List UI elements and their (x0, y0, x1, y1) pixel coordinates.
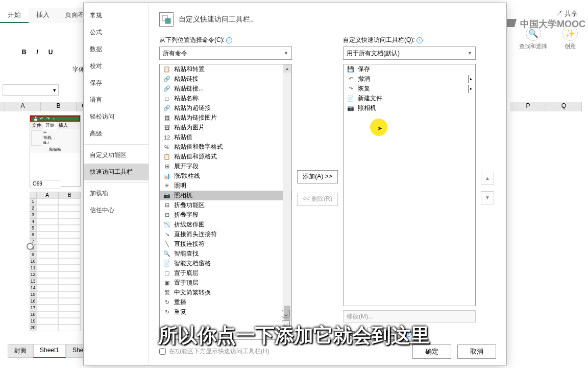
scroll-up-button[interactable]: ▲ (283, 64, 291, 73)
cell[interactable] (58, 258, 81, 265)
row-header[interactable]: 17 (30, 305, 36, 311)
cell[interactable] (58, 285, 81, 291)
cell[interactable] (36, 298, 59, 305)
list-item[interactable]: 📷照相机 (344, 103, 475, 113)
sidebar-item[interactable]: 信任中心 (84, 202, 149, 219)
sidebar-item[interactable]: 高级 (84, 125, 149, 142)
row-header[interactable]: 6 (30, 232, 36, 238)
cell[interactable] (36, 238, 59, 245)
available-commands-list[interactable]: 📋粘贴和转置🔗粘贴链接🔗粘贴链接...□粘贴名称🔗粘贴为超链接🖼粘贴为链接图片🖼… (159, 64, 292, 340)
sidebar-item[interactable]: 常规 (84, 7, 149, 24)
row-header[interactable]: 12 (30, 271, 36, 278)
tab-home[interactable]: 开始 (0, 8, 29, 23)
add-button[interactable]: 添加(A) >> (297, 170, 338, 183)
list-item[interactable]: 12粘贴值 (160, 132, 291, 142)
document-combo[interactable]: 用于所有文档(默认) ▼ (343, 47, 476, 60)
cell[interactable] (36, 218, 59, 225)
list-item[interactable]: 📋粘贴值和源格式 (160, 152, 291, 162)
col-header[interactable]: P (510, 102, 546, 111)
sidebar-item[interactable]: 公式 (84, 24, 149, 41)
sidebar-item[interactable]: 数据 (84, 41, 149, 58)
info-icon[interactable]: i (416, 37, 423, 43)
cell[interactable] (58, 325, 81, 331)
list-item[interactable]: 📉折线迷你图 (160, 220, 291, 229)
sidebar-item[interactable]: 语言 (84, 91, 149, 108)
cell[interactable] (58, 225, 81, 232)
sheet-tab[interactable]: 封面 (8, 344, 33, 358)
sidebar-item[interactable]: 快速访问工具栏 (84, 164, 149, 180)
share-button[interactable]: ↗ 共享 (556, 9, 578, 18)
list-item[interactable]: 🔍智能查找 (160, 249, 291, 259)
cell[interactable] (58, 298, 81, 305)
row-header[interactable]: 2 (30, 205, 36, 212)
row-header[interactable]: 9 (30, 251, 36, 258)
row-header[interactable]: 3 (30, 212, 36, 218)
col-header[interactable]: A (5, 102, 41, 111)
row-header[interactable]: 4 (30, 218, 36, 225)
cell[interactable] (58, 212, 81, 218)
cell[interactable] (36, 311, 59, 318)
remove-button[interactable]: << 删除(R) (297, 193, 338, 206)
row-header[interactable]: 16 (30, 298, 36, 305)
cell[interactable] (36, 205, 59, 212)
list-item[interactable]: 🔗粘贴链接 (160, 74, 291, 84)
row-header[interactable]: 14 (30, 285, 36, 291)
name-box[interactable]: O69 (31, 180, 61, 189)
cell[interactable] (58, 198, 81, 205)
cell[interactable] (36, 251, 59, 258)
cell[interactable] (58, 232, 81, 238)
list-item[interactable]: 📊涨/跌柱线▶ (160, 171, 291, 181)
sidebar-item[interactable]: 保存 (84, 75, 149, 91)
list-item[interactable]: 📄新建文件 (344, 94, 475, 103)
cell[interactable] (58, 245, 81, 251)
list-item[interactable]: 📋粘贴和转置 (160, 64, 291, 74)
list-item[interactable]: □粘贴名称 (160, 94, 291, 103)
modify-button[interactable]: 修改(M)... (343, 310, 476, 323)
list-item[interactable]: 📷照相机 (160, 191, 291, 200)
cell[interactable] (58, 305, 81, 311)
show-below-ribbon-checkbox[interactable] (159, 348, 166, 355)
sidebar-item[interactable]: 校对 (84, 58, 149, 75)
cell[interactable] (58, 265, 81, 271)
list-item[interactable]: ↻重播 (160, 297, 291, 307)
list-item[interactable]: 📄智能文档窗格 (160, 259, 291, 268)
cell[interactable] (36, 285, 59, 291)
list-item[interactable]: ☀照明▶ (160, 181, 291, 191)
list-item[interactable]: ⊟折叠字段 (160, 210, 291, 220)
commands-combo[interactable]: 所有命令 ▼ (159, 47, 292, 60)
cell[interactable] (36, 325, 59, 331)
cell[interactable] (36, 225, 59, 232)
row-header[interactable]: 20 (30, 325, 36, 331)
cell[interactable] (36, 258, 59, 265)
cell[interactable] (58, 311, 81, 318)
italic-button[interactable]: I (33, 49, 42, 56)
list-item[interactable]: ╲直接连接符 (160, 239, 291, 249)
cell[interactable] (36, 291, 59, 298)
list-expand-icon[interactable]: ◡ (282, 310, 290, 318)
bold-button[interactable]: B (19, 49, 29, 56)
list-item[interactable]: ▣置于顶层 (160, 278, 291, 288)
info-icon[interactable]: i (226, 37, 232, 43)
row-header[interactable]: 19 (30, 318, 36, 325)
list-item[interactable]: 🔗粘贴链接... (160, 84, 291, 94)
row-header[interactable]: 11 (30, 265, 36, 271)
underline-button[interactable]: U (46, 49, 55, 56)
list-item[interactable]: ↶撤消▸ (344, 74, 475, 84)
cell[interactable] (58, 218, 81, 225)
list-item[interactable]: ⊟折叠功能区 (160, 200, 291, 210)
cell[interactable] (36, 305, 59, 311)
row-header[interactable]: 15 (30, 291, 36, 298)
row-header[interactable]: 18 (30, 311, 36, 318)
row-header[interactable]: 1 (30, 198, 36, 205)
list-item[interactable]: ↘直接箭头连接符 (160, 229, 291, 239)
col-header[interactable]: B (41, 102, 77, 111)
cancel-button[interactable]: 取消 (457, 344, 496, 359)
cell[interactable] (58, 271, 81, 278)
row-header[interactable]: 10 (30, 258, 36, 265)
cell[interactable] (36, 318, 59, 325)
list-item[interactable]: ⊞展开字段 (160, 162, 291, 171)
cell[interactable] (58, 291, 81, 298)
ideas-control[interactable]: ✨ 创意 (562, 26, 578, 50)
cell[interactable] (58, 238, 81, 245)
cell[interactable] (36, 271, 59, 278)
